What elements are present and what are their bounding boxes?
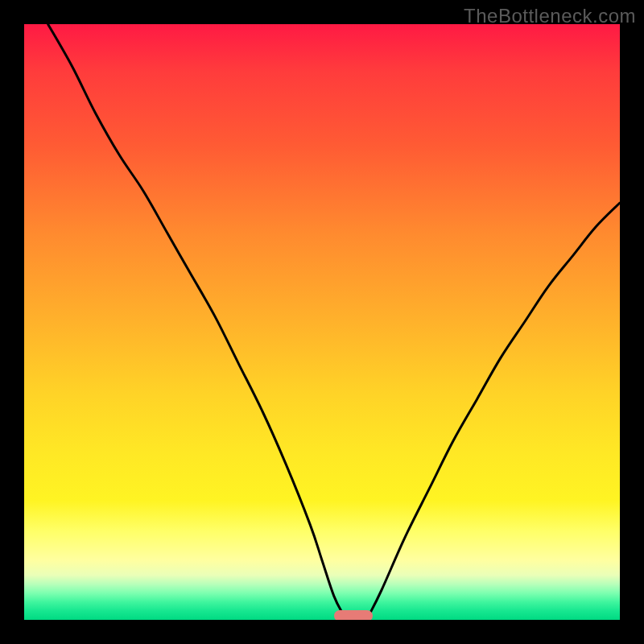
optimal-marker bbox=[334, 610, 373, 620]
right-curve bbox=[369, 203, 620, 614]
watermark-label: TheBottleneck.com bbox=[464, 5, 636, 27]
left-curve bbox=[48, 24, 343, 614]
chart-frame: TheBottleneck.com bbox=[0, 0, 644, 644]
plot-area bbox=[24, 24, 620, 620]
curve-layer bbox=[24, 24, 620, 620]
